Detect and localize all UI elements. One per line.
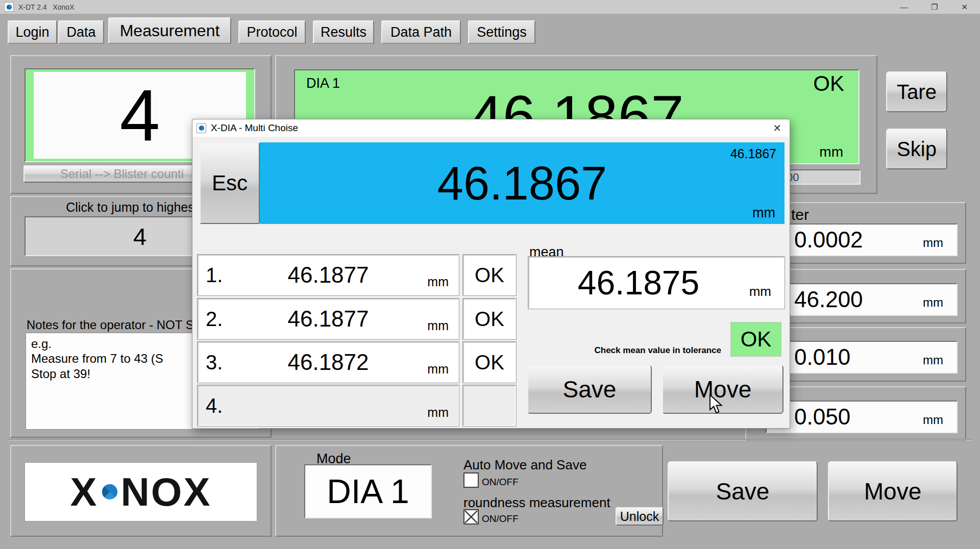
live-value-big: 46.1867 xyxy=(260,157,785,210)
measurement-row: 2. 46.1877 mm xyxy=(198,298,459,339)
row-status-badge: OK xyxy=(463,298,516,339)
dialog-live-display: 46.1867 46.1867 mm xyxy=(260,142,785,224)
minimize-button[interactable]: — xyxy=(900,3,908,12)
mode-value-display: DIA 1 xyxy=(304,464,432,518)
field-value: 0.010 xyxy=(794,344,850,370)
roundness-onoff-label: ON/OFF xyxy=(482,513,519,525)
unit-label: mm xyxy=(427,274,449,289)
check-tolerance-label: Check mean value in tolerance xyxy=(550,345,721,356)
checkbox-x-mark xyxy=(464,510,478,523)
tab-results[interactable]: Results xyxy=(313,20,374,44)
status-badge: OK xyxy=(813,71,844,96)
logo-text-right: NOX xyxy=(121,469,212,515)
tab-data[interactable]: Data xyxy=(58,20,104,44)
row-status-badge: OK xyxy=(463,255,516,295)
row-value: 46.1877 xyxy=(199,262,458,288)
value-field: 0.010 mm xyxy=(766,341,958,373)
auto-move-save-label: Auto Move and Save xyxy=(463,457,586,473)
esc-button[interactable]: Esc xyxy=(200,142,260,224)
tab-data-path[interactable]: Data Path xyxy=(381,20,461,44)
window-title: X-DT 2.4 XonoX xyxy=(18,3,74,11)
mean-value-display: 46.1875 mm xyxy=(528,257,785,309)
logo-o-icon xyxy=(102,484,117,500)
logo-text-left: X xyxy=(70,469,98,515)
field-value: 0.050 xyxy=(794,404,850,430)
unit-label: mm xyxy=(749,284,771,300)
dialog-save-button[interactable]: Save xyxy=(527,365,652,414)
unit-label: mm xyxy=(427,318,449,333)
row-status-badge xyxy=(463,385,516,426)
value-field: 46.200 mm xyxy=(766,283,958,316)
dialog-title: X-DIA - Multi Choise xyxy=(211,122,298,134)
value-field: 0.050 mm xyxy=(766,401,958,433)
app-window: X-DT 2.4 XonoX — ❐ ✕ Login Data Measurem… xyxy=(0,0,980,549)
tab-protocol[interactable]: Protocol xyxy=(238,20,306,44)
dialog-title-bar: X-DIA - Multi Choise ✕ xyxy=(192,119,790,137)
value-field: 0.0002 mm xyxy=(766,223,958,256)
measurement-row: 1. 46.1877 mm xyxy=(198,255,459,295)
row-value: 46.1877 xyxy=(199,306,458,332)
dialog-icon xyxy=(197,123,206,133)
unit-label: mm xyxy=(427,362,449,377)
move-button[interactable]: Move xyxy=(828,461,958,521)
field-value: 0.0002 xyxy=(794,227,863,253)
unit-label: mm xyxy=(923,295,943,310)
unit-label: mm xyxy=(923,413,943,427)
unit-label: mm xyxy=(923,236,943,250)
save-button[interactable]: Save xyxy=(668,461,818,521)
unlock-button[interactable]: Unlock xyxy=(616,507,664,526)
unit-label: mm xyxy=(819,144,843,160)
tab-measurement[interactable]: Measurement xyxy=(108,17,231,44)
field-label-fragment: ter xyxy=(791,206,809,223)
tolerance-status-badge: OK xyxy=(730,322,781,357)
measurement-row: 3. 46.1872 mm xyxy=(198,342,459,383)
tare-button[interactable]: Tare xyxy=(886,71,947,112)
divider xyxy=(8,439,972,440)
measurement-row: 4. mm xyxy=(198,385,459,426)
app-icon xyxy=(4,2,14,12)
dialog-close-icon[interactable]: ✕ xyxy=(773,122,781,134)
skip-button[interactable]: Skip xyxy=(886,129,947,169)
row-value: 46.1872 xyxy=(199,350,458,375)
xonox-logo: X NOX xyxy=(24,462,257,521)
unit-label: mm xyxy=(427,405,449,420)
mean-value: 46.1875 xyxy=(529,263,748,302)
unit-label: mm xyxy=(752,205,775,221)
field-value: 46.200 xyxy=(794,287,863,312)
roundness-label: roundness measurement xyxy=(463,495,610,511)
tab-settings[interactable]: Settings xyxy=(468,20,535,44)
maximize-button[interactable]: ❐ xyxy=(931,3,938,12)
tab-login[interactable]: Login xyxy=(8,20,57,44)
notes-label: Notes for the operator - NOT STO xyxy=(27,318,211,332)
roundness-checkbox[interactable] xyxy=(463,509,479,525)
auto-move-save-checkbox[interactable] xyxy=(463,472,479,488)
multi-choice-dialog: X-DIA - Multi Choise ✕ Esc 46.1867 46.18… xyxy=(192,119,790,429)
close-button[interactable]: ✕ xyxy=(961,3,968,12)
mouse-cursor xyxy=(708,394,724,416)
row-status-badge: OK xyxy=(463,342,516,383)
unit-label: mm xyxy=(923,353,943,367)
row-index: 4. xyxy=(206,394,223,417)
title-bar: X-DT 2.4 XonoX — ❐ ✕ xyxy=(0,0,980,14)
auto-onoff-label: ON/OFF xyxy=(482,477,519,488)
